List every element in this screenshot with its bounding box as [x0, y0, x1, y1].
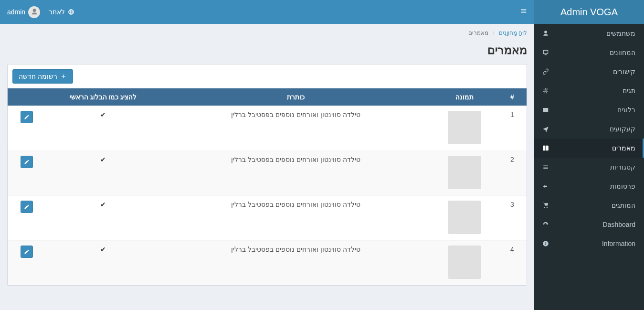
sidebar-item-label: קעקועים: [555, 125, 635, 133]
th-index: #: [498, 88, 527, 106]
navbar-left: לאתר admin: [7, 6, 74, 18]
pencil-icon: [24, 204, 30, 210]
thumbnail[interactable]: [448, 111, 481, 144]
row-index: 4: [498, 241, 527, 286]
row-title: טילדה סווינטון ואורחים נוספים בפסטיבל בר…: [160, 241, 431, 286]
sidebar-item-tags[interactable]: תגים: [534, 81, 644, 100]
row-index: 1: [498, 106, 527, 151]
sidebar-item-label: קישורים: [555, 68, 635, 75]
card-icon: [541, 107, 550, 113]
row-main: ✔: [46, 106, 160, 151]
sidebar-item-categories[interactable]: קטגוריות: [534, 158, 644, 177]
sidebar-item-blogs[interactable]: בלוגים: [534, 100, 644, 119]
row-actions: [8, 241, 46, 286]
user-name: admin: [7, 8, 25, 16]
thumbnail[interactable]: [448, 246, 481, 279]
check-icon: ✔: [100, 156, 106, 163]
sidebar-item-label: Dashboard: [555, 221, 635, 228]
plus-icon: [60, 73, 67, 80]
row-thumb-cell: [431, 196, 498, 241]
sidebar-item-brands[interactable]: המותגים: [534, 196, 644, 215]
hash-icon: [541, 87, 550, 94]
navbar-right: [520, 8, 527, 16]
globe-icon: [68, 9, 74, 15]
user-icon: [541, 30, 550, 37]
site-link[interactable]: לאתר: [49, 8, 74, 16]
user-silhouette-icon: [31, 8, 38, 16]
brand-text: Admin VOGA: [560, 7, 618, 18]
book-icon: [541, 145, 550, 151]
sidebar-item-label: קטגוריות: [555, 163, 635, 171]
navbar: לאתר admin: [0, 0, 534, 24]
edit-button[interactable]: [21, 156, 33, 168]
sidebar-item-label: המחוונים: [555, 49, 635, 56]
sidebar-item-gauges[interactable]: המחוונים: [534, 43, 644, 62]
row-thumb-cell: [431, 106, 498, 151]
row-actions: [8, 196, 46, 241]
row-index: 2: [498, 151, 527, 196]
check-icon: ✔: [100, 246, 106, 253]
breadcrumb-home[interactable]: לוּחַ מַחווָנִים: [499, 30, 527, 36]
link-icon: [541, 68, 550, 75]
info-icon: [541, 240, 550, 247]
sidebar-item-ads[interactable]: פרסומות: [534, 177, 644, 196]
topbar: Admin VOGA לאתר admin: [0, 0, 644, 24]
breadcrumb-separator: /: [493, 30, 494, 36]
table-row: 4 טילדה סווינטון ואורחים נוספים בפסטיבל …: [8, 241, 527, 286]
edit-button[interactable]: [21, 201, 33, 213]
th-main: להציג כמו הבלוג הראשי: [46, 88, 160, 106]
row-thumb-cell: [431, 241, 498, 286]
table-row: 2 טילדה סווינטון ואורחים נוספים בפסטיבל …: [8, 151, 527, 196]
new-record-button[interactable]: רשומה חדשה: [12, 69, 73, 84]
row-actions: [8, 151, 46, 196]
check-icon: ✔: [100, 201, 106, 208]
page-title: מאמרים: [0, 36, 534, 64]
row-title: טילדה סווינטון ואורחים נוספים בפסטיבל בר…: [160, 151, 431, 196]
articles-table: # תמונה כותרת להציג כמו הבלוג הראשי 1 טי…: [8, 88, 527, 285]
th-image: תמונה: [431, 88, 498, 106]
avatar: [28, 6, 40, 18]
sidebar-item-label: תגים: [555, 87, 635, 95]
thumbnail[interactable]: [448, 201, 481, 234]
new-record-label: רשומה חדשה: [19, 73, 57, 80]
sidebar-item-dashboard[interactable]: Dashboard: [534, 215, 644, 234]
box-header: רשומה חדשה: [8, 64, 527, 88]
dashboard-icon: [541, 221, 550, 228]
plane-icon: [541, 126, 550, 132]
table-row: 1 טילדה סווינטון ואורחים נוספים בפסטיבל …: [8, 106, 527, 151]
thumbnail[interactable]: [448, 156, 481, 189]
sidebar-toggle[interactable]: [520, 8, 527, 16]
breadcrumb-current: מאמרים: [468, 30, 488, 36]
row-thumb-cell: [431, 151, 498, 196]
row-actions: [8, 106, 46, 151]
row-main: ✔: [46, 196, 160, 241]
edit-button[interactable]: [21, 111, 33, 123]
edit-button[interactable]: [21, 246, 33, 258]
check-icon: ✔: [100, 111, 106, 118]
sidebar-item-label: משתמשים: [555, 30, 635, 37]
sidebar-item-articles[interactable]: מאמרים: [534, 139, 644, 158]
sidebar-item-label: המותגים: [555, 202, 635, 209]
bars-icon: [520, 8, 527, 14]
arrow-icon: [541, 183, 550, 190]
sidebar-item-links[interactable]: קישורים: [534, 62, 644, 81]
pencil-icon: [24, 159, 30, 165]
row-title: טילדה סווינטון ואורחים נוספים בפסטיבל בר…: [160, 196, 431, 241]
th-title: כותרת: [160, 88, 431, 106]
th-actions: [8, 88, 46, 106]
brand-logo[interactable]: Admin VOGA: [534, 0, 644, 24]
sidebar-item-label: מאמרים: [555, 144, 635, 152]
table-row: 3 טילדה סווינטון ואורחים נוספים בפסטיבל …: [8, 196, 527, 241]
row-main: ✔: [46, 241, 160, 286]
articles-box: רשומה חדשה # תמונה כותרת להציג כמו הבלוג…: [7, 64, 527, 286]
pencil-icon: [24, 249, 30, 255]
sidebar-item-tattoos[interactable]: קעקועים: [534, 119, 644, 139]
row-title: טילדה סווינטון ואורחים נוספים בפסטיבל בר…: [160, 106, 431, 151]
sidebar-item-users[interactable]: משתמשים: [534, 24, 644, 43]
user-menu[interactable]: admin: [7, 6, 40, 18]
row-index: 3: [498, 196, 527, 241]
site-link-label: לאתר: [49, 8, 65, 16]
list-icon: [541, 164, 550, 171]
breadcrumb: לוּחַ מַחווָנִים / מאמרים: [0, 24, 534, 36]
sidebar-item-information[interactable]: Information: [534, 234, 644, 253]
